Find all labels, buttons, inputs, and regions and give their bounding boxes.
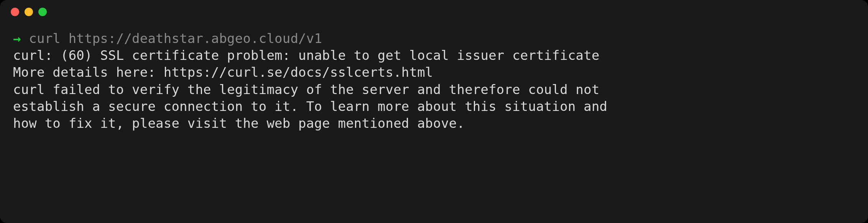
- window-titlebar: [0, 0, 868, 19]
- close-icon[interactable]: [11, 8, 19, 16]
- output-line: establish a secure connection to it. To …: [13, 98, 855, 115]
- output-line: curl failed to verify the legitimacy of …: [13, 81, 855, 98]
- output-line: how to fix it, please visit the web page…: [13, 115, 855, 132]
- zoom-icon[interactable]: [38, 8, 47, 16]
- prompt-command: curl https://deathstar.abgeo.cloud/v1: [29, 31, 322, 46]
- minimize-icon[interactable]: [25, 8, 33, 16]
- terminal-window: → curl https://deathstar.abgeo.cloud/v1c…: [0, 0, 868, 223]
- output-line: More details here: https://curl.se/docs/…: [13, 64, 855, 81]
- output-line: curl: (60) SSL certificate problem: unab…: [13, 47, 855, 64]
- terminal-content[interactable]: → curl https://deathstar.abgeo.cloud/v1c…: [0, 19, 868, 142]
- prompt-arrow: →: [13, 31, 21, 46]
